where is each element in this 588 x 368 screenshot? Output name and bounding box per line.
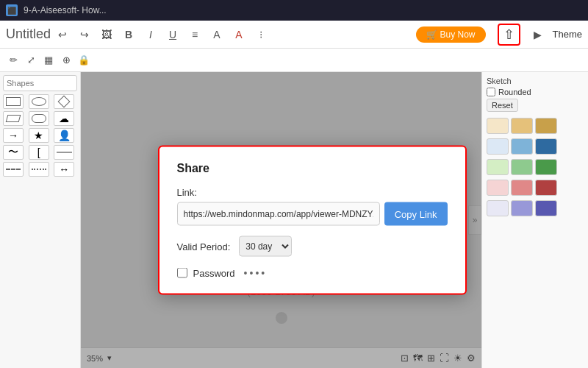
copy-link-button[interactable]: Copy Link bbox=[384, 202, 448, 226]
theme-style-1 bbox=[487, 118, 584, 134]
image-icon[interactable]: 🖼 bbox=[98, 26, 115, 43]
shape-person[interactable]: 👤 bbox=[54, 128, 74, 143]
password-dots: •••• bbox=[244, 267, 268, 279]
theme-swatch[interactable] bbox=[487, 159, 509, 175]
theme-swatch[interactable] bbox=[487, 138, 509, 155]
main-area: ☁ → ★ 👤 〜 [ ↔ Baroque Era (1600-1750 AD) bbox=[0, 72, 588, 368]
align-icon[interactable]: ≡ bbox=[186, 26, 204, 43]
rounded-option-row: Rounded bbox=[487, 88, 584, 96]
more-menu-icon[interactable]: ▶ bbox=[529, 26, 547, 43]
right-sidebar-theme: Sketch Rounded Reset bbox=[481, 72, 588, 368]
connect-icon[interactable]: ⤢ bbox=[24, 53, 38, 68]
theme-swatch[interactable] bbox=[511, 180, 533, 196]
theme-swatch[interactable] bbox=[511, 200, 533, 216]
shape-parallelogram[interactable] bbox=[3, 111, 24, 126]
shapes-search[interactable] bbox=[3, 75, 77, 91]
theme-style-5 bbox=[487, 200, 584, 216]
more-icon[interactable]: ⁝ bbox=[252, 26, 270, 43]
shape-arrow[interactable]: → bbox=[3, 128, 24, 143]
theme-label: Theme bbox=[553, 29, 582, 40]
shape-bracket[interactable]: [ bbox=[29, 145, 49, 160]
theme-swatch[interactable] bbox=[511, 159, 533, 175]
font-icon[interactable]: A bbox=[208, 26, 226, 43]
password-label: Password bbox=[193, 267, 235, 278]
valid-period-row: Valid Period: 30 day 7 day 1 day Forever bbox=[177, 236, 448, 257]
rounded-checkbox[interactable] bbox=[487, 88, 495, 96]
password-checkbox[interactable] bbox=[177, 268, 187, 278]
dialog-title: Share bbox=[177, 162, 448, 175]
lock-icon[interactable]: 🔒 bbox=[76, 53, 91, 68]
reset-button[interactable]: Reset bbox=[487, 99, 518, 112]
shape-diamond[interactable] bbox=[54, 94, 74, 109]
app-title: Untitled bbox=[6, 26, 51, 42]
theme-style-4 bbox=[487, 180, 584, 196]
insert-icon[interactable]: ⊕ bbox=[59, 53, 74, 68]
theme-style-2 bbox=[487, 138, 584, 155]
shape-cloud[interactable]: ☁ bbox=[54, 111, 74, 126]
theme-swatch[interactable] bbox=[535, 138, 557, 155]
shape-line[interactable] bbox=[54, 145, 74, 160]
shape-dotted[interactable] bbox=[29, 162, 49, 177]
canvas-area[interactable]: Baroque Era (1600-1750 AD) » Share Link:… bbox=[81, 72, 481, 368]
underline-icon[interactable]: U bbox=[164, 26, 182, 43]
undo-icon[interactable]: ↩ bbox=[54, 26, 71, 43]
cart-icon: 🛒 bbox=[426, 29, 437, 40]
theme-swatch[interactable] bbox=[535, 159, 557, 175]
toolbar-icons-group: ↩ ↪ 🖼 B I U ≡ A A ⁝ bbox=[54, 26, 412, 43]
theme-swatch[interactable] bbox=[487, 180, 509, 196]
shapes-panel: ☁ → ★ 👤 〜 [ ↔ bbox=[3, 94, 77, 177]
color-icon[interactable]: A bbox=[230, 26, 248, 43]
share-dialog: Share Link: Copy Link Valid Period: 30 d… bbox=[158, 146, 467, 295]
theme-swatch[interactable] bbox=[487, 118, 509, 134]
password-row: Password •••• bbox=[177, 267, 448, 279]
theme-swatch[interactable] bbox=[511, 138, 533, 155]
pencil-icon[interactable]: ✏ bbox=[6, 53, 21, 68]
shape-star[interactable]: ★ bbox=[29, 128, 49, 143]
valid-period-label: Valid Period: bbox=[177, 241, 231, 252]
toolbar-second: ✏ ⤢ ▦ ⊕ 🔒 bbox=[0, 49, 588, 72]
theme-swatch[interactable] bbox=[535, 118, 557, 134]
table-icon[interactable]: ▦ bbox=[41, 53, 56, 68]
rounded-label: Rounded bbox=[498, 88, 531, 96]
shape-curved[interactable]: 〜 bbox=[3, 145, 24, 160]
shape-rounded[interactable] bbox=[29, 111, 49, 126]
redo-icon[interactable]: ↪ bbox=[76, 26, 93, 43]
title-bar: ⬛ 9-A-Aiseesoft- How... bbox=[0, 0, 588, 21]
link-label: Link: bbox=[177, 187, 448, 198]
theme-swatch[interactable] bbox=[487, 200, 509, 216]
shape-arrow2[interactable]: ↔ bbox=[54, 162, 74, 177]
bold-icon[interactable]: B bbox=[120, 26, 137, 43]
theme-swatch[interactable] bbox=[535, 200, 557, 216]
link-input[interactable] bbox=[177, 202, 380, 226]
share-icon: ⇧ bbox=[503, 27, 514, 42]
valid-period-select[interactable]: 30 day 7 day 1 day Forever bbox=[239, 236, 292, 257]
toolbar-top: Untitled ↩ ↪ 🖼 B I U ≡ A A ⁝ 🛒 Buy Now ⇧… bbox=[0, 21, 588, 49]
link-row: Copy Link bbox=[177, 202, 448, 226]
sketch-label: Sketch bbox=[487, 77, 584, 85]
theme-swatch[interactable] bbox=[511, 118, 533, 134]
italic-icon[interactable]: I bbox=[142, 26, 159, 43]
share-button[interactable]: ⇧ bbox=[498, 24, 520, 46]
tab-title: 9-A-Aiseesoft- How... bbox=[24, 5, 107, 15]
shape-dashed[interactable] bbox=[3, 162, 24, 177]
theme-style-3 bbox=[487, 159, 584, 175]
left-sidebar: ☁ → ★ 👤 〜 [ ↔ bbox=[0, 72, 81, 368]
theme-swatch[interactable] bbox=[535, 180, 557, 196]
buy-now-button[interactable]: 🛒 Buy Now bbox=[416, 26, 486, 43]
shape-ellipse[interactable] bbox=[29, 94, 49, 109]
shape-rect[interactable] bbox=[3, 94, 24, 109]
browser-icon: ⬛ bbox=[6, 4, 18, 16]
